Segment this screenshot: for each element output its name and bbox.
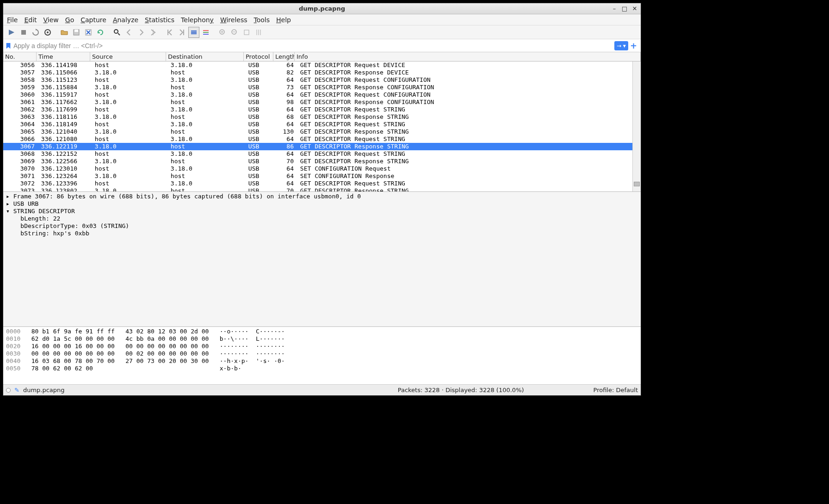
menu-view[interactable]: View xyxy=(43,16,59,24)
expert-info-icon[interactable] xyxy=(6,388,11,393)
auto-scroll-icon[interactable] xyxy=(188,27,199,38)
zoom-reset-icon[interactable] xyxy=(241,27,252,38)
hex-line[interactable]: 0040 16 03 68 00 78 00 70 00 27 00 73 00… xyxy=(6,357,638,365)
packet-list-header: No. Time Source Destination Protocol Len… xyxy=(3,52,641,61)
column-header-protocol[interactable]: Protocol xyxy=(244,52,273,61)
status-file: dump.pcapng xyxy=(23,387,65,393)
packet-row[interactable]: 3058 336.115123 host 3.18.0 USB64 GET DE… xyxy=(3,76,632,84)
app-window: dump.pcapng – □ ✕ File Edit View Go Capt… xyxy=(3,3,641,396)
display-filter-input[interactable] xyxy=(13,42,612,49)
svg-point-6 xyxy=(114,30,118,33)
restart-capture-icon[interactable] xyxy=(30,27,41,38)
go-forward-icon[interactable] xyxy=(136,27,147,38)
detail-line[interactable]: ▸ Frame 3067: 86 bytes on wire (688 bits… xyxy=(6,193,638,200)
column-header-info[interactable]: Info xyxy=(295,52,641,61)
hex-line[interactable]: 0050 78 00 62 00 62 00 x·b·b· xyxy=(6,365,638,372)
svg-rect-9 xyxy=(191,33,197,34)
close-file-icon[interactable] xyxy=(83,27,94,38)
zoom-in-icon[interactable] xyxy=(217,27,228,38)
packet-row[interactable]: 3061 336.117662 3.18.0 host USB98 GET DE… xyxy=(3,98,632,106)
packet-row[interactable]: 3066 336.121080 host 3.18.0 USB64 GET DE… xyxy=(3,135,632,143)
packet-row[interactable]: 3059 336.115884 3.18.0 host USB73 GET DE… xyxy=(3,84,632,91)
menu-help[interactable]: Help xyxy=(276,16,291,24)
menu-file[interactable]: File xyxy=(7,16,18,24)
apply-filter-button[interactable]: → ▾ xyxy=(614,41,628,50)
svg-rect-0 xyxy=(21,30,26,35)
svg-rect-15 xyxy=(244,30,249,35)
start-capture-icon[interactable] xyxy=(6,27,17,38)
capture-file-properties-icon[interactable]: ✎ xyxy=(14,387,19,393)
capture-options-icon[interactable] xyxy=(42,27,53,38)
zoom-out-icon[interactable] xyxy=(229,27,240,38)
add-filter-button[interactable]: + xyxy=(630,41,637,50)
packet-row[interactable]: 3070 336.123010 host 3.18.0 USB64 SET CO… xyxy=(3,165,632,172)
save-file-icon[interactable] xyxy=(71,27,82,38)
packet-row[interactable]: 3067 336.122119 3.18.0 host USB86 GET DE… xyxy=(3,143,632,150)
packet-row[interactable]: 3069 336.122566 3.18.0 host USB70 GET DE… xyxy=(3,158,632,165)
detail-line[interactable]: ▸ USB URB xyxy=(6,200,638,208)
packet-row[interactable]: 3071 336.123264 3.18.0 host USB64 SET CO… xyxy=(3,172,632,180)
hex-line[interactable]: 0020 16 00 00 00 16 00 00 00 00 00 00 00… xyxy=(6,343,638,350)
menu-capture[interactable]: Capture xyxy=(80,16,106,24)
stop-capture-icon[interactable] xyxy=(18,27,29,38)
detail-line[interactable]: bDescriptorType: 0x03 (STRING) xyxy=(6,222,638,230)
go-to-packet-icon[interactable] xyxy=(148,27,159,38)
window-controls: – □ ✕ xyxy=(611,3,638,14)
column-header-destination[interactable]: Destination xyxy=(166,52,244,61)
svg-rect-11 xyxy=(203,32,209,33)
column-header-length[interactable]: Length xyxy=(273,52,295,61)
find-packet-icon[interactable] xyxy=(111,27,123,38)
packet-row[interactable]: 3056 336.114198 host 3.18.0 USB64 GET DE… xyxy=(3,61,632,69)
detail-line[interactable]: bLength: 22 xyxy=(6,215,638,222)
packet-details[interactable]: ▸ Frame 3067: 86 bytes on wire (688 bits… xyxy=(3,192,641,327)
menu-edit[interactable]: Edit xyxy=(24,16,37,24)
colorize-icon[interactable] xyxy=(200,27,211,38)
menu-statistics[interactable]: Statistics xyxy=(145,16,174,24)
bookmark-icon[interactable] xyxy=(5,43,12,49)
detail-line[interactable]: bString: hxp's 0xbb xyxy=(6,230,638,237)
go-first-icon[interactable] xyxy=(164,27,175,38)
packet-row[interactable]: 3068 336.122152 host 3.18.0 USB64 GET DE… xyxy=(3,150,632,158)
packet-row[interactable]: 3072 336.123396 host 3.18.0 USB64 GET DE… xyxy=(3,180,632,187)
hex-line[interactable]: 0010 62 d0 1a 5c 00 00 00 00 4c bb 0a 00… xyxy=(6,335,638,343)
menubar: File Edit View Go Capture Analyze Statis… xyxy=(3,14,641,25)
go-last-icon[interactable] xyxy=(176,27,187,38)
packet-list[interactable]: 3056 336.114198 host 3.18.0 USB64 GET DE… xyxy=(3,61,641,192)
svg-rect-8 xyxy=(191,32,197,33)
go-back-icon[interactable] xyxy=(124,27,135,38)
svg-rect-4 xyxy=(74,30,78,32)
toolbar xyxy=(3,25,641,39)
packet-row[interactable]: 3064 336.118149 host 3.18.0 USB64 GET DE… xyxy=(3,121,632,128)
packet-list-scrollbar[interactable] xyxy=(632,61,641,191)
scrollbar-thumb[interactable] xyxy=(634,182,640,186)
svg-rect-7 xyxy=(191,31,197,31)
hex-line[interactable]: 0030 00 00 00 00 00 00 00 00 00 02 00 00… xyxy=(6,350,638,357)
titlebar: dump.pcapng – □ ✕ xyxy=(3,3,641,14)
close-button[interactable]: ✕ xyxy=(631,6,638,12)
packet-row[interactable]: 3065 336.121040 3.18.0 host USB130 GET D… xyxy=(3,128,632,135)
packet-row[interactable]: 3060 336.115917 host 3.18.0 USB64 GET DE… xyxy=(3,91,632,98)
column-header-no[interactable]: No. xyxy=(3,52,37,61)
minimize-button[interactable]: – xyxy=(611,6,618,12)
reload-file-icon[interactable] xyxy=(95,27,106,38)
packet-row[interactable]: 3062 336.117699 host 3.18.0 USB64 GET DE… xyxy=(3,106,632,113)
maximize-button[interactable]: □ xyxy=(621,6,628,12)
packet-row[interactable]: 3073 336.123802 3.18.0 host USB70 GET DE… xyxy=(3,187,632,192)
menu-wireless[interactable]: Wireless xyxy=(220,16,247,24)
detail-line[interactable]: ▾ STRING DESCRIPTOR xyxy=(6,208,638,215)
status-profile[interactable]: Profile: Default xyxy=(594,387,638,393)
menu-tools[interactable]: Tools xyxy=(254,16,270,24)
menu-go[interactable]: Go xyxy=(65,16,74,24)
packet-bytes[interactable]: 0000 80 b1 6f 9a fe 91 ff ff 43 02 80 12… xyxy=(3,327,641,384)
menu-telephony[interactable]: Telephony xyxy=(181,16,214,24)
hex-line[interactable]: 0000 80 b1 6f 9a fe 91 ff ff 43 02 80 12… xyxy=(6,328,638,335)
open-file-icon[interactable] xyxy=(59,27,70,38)
svg-point-2 xyxy=(47,31,49,33)
column-header-time[interactable]: Time xyxy=(37,52,90,61)
packet-row[interactable]: 3063 336.118116 3.18.0 host USB68 GET DE… xyxy=(3,113,632,121)
packet-row[interactable]: 3057 336.115066 3.18.0 host USB82 GET DE… xyxy=(3,69,632,76)
window-title: dump.pcapng xyxy=(299,5,345,12)
column-header-source[interactable]: Source xyxy=(90,52,166,61)
resize-columns-icon[interactable] xyxy=(253,27,264,38)
menu-analyze[interactable]: Analyze xyxy=(113,16,138,24)
